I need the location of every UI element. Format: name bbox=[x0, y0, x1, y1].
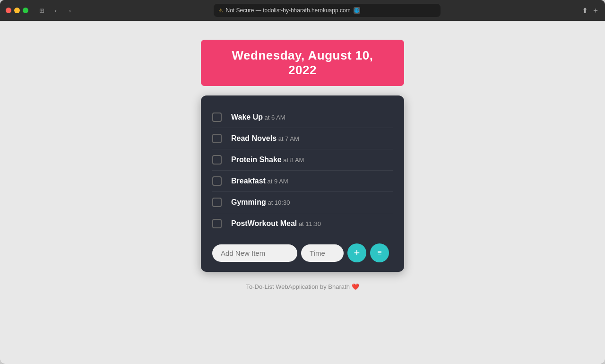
todo-item: PostWorkout Meal at 11:30 bbox=[212, 213, 393, 234]
todo-checkbox[interactable] bbox=[212, 198, 222, 207]
todo-label: Breakfast at 9 AM bbox=[231, 177, 288, 185]
input-row: + ≡ bbox=[212, 243, 393, 262]
todo-card: Wake Up at 6 AMRead Novels at 7 AMProtei… bbox=[201, 95, 404, 272]
favicon: 🌐 bbox=[354, 7, 360, 14]
address-bar-container: ⚠ Not Secure — todolist-by-bharath.herok… bbox=[79, 4, 574, 17]
todo-label: Gymming at 10:30 bbox=[231, 198, 290, 207]
browser-controls: ⊞ ‹ › bbox=[36, 5, 76, 16]
footer: To-Do-List WebApplication by Bharath ❤️ bbox=[246, 283, 359, 290]
add-item-button[interactable]: + bbox=[347, 243, 366, 262]
maximize-button[interactable] bbox=[23, 8, 28, 13]
sidebar-toggle-icon[interactable]: ⊞ bbox=[36, 5, 47, 16]
todo-list: Wake Up at 6 AMRead Novels at 7 AMProtei… bbox=[212, 107, 393, 234]
menu-button[interactable]: ≡ bbox=[370, 243, 389, 262]
todo-item: Breakfast at 9 AM bbox=[212, 171, 393, 192]
back-icon[interactable]: ‹ bbox=[50, 5, 61, 16]
address-bar[interactable]: ⚠ Not Secure — todolist-by-bharath.herok… bbox=[214, 4, 441, 17]
new-item-input[interactable] bbox=[212, 244, 297, 262]
new-tab-icon[interactable]: ＋ bbox=[592, 6, 599, 16]
app-container: Wednesday, August 10, 2022 Wake Up at 6 … bbox=[184, 40, 421, 290]
todo-checkbox[interactable] bbox=[212, 134, 222, 143]
date-title: Wednesday, August 10, 2022 bbox=[232, 48, 373, 77]
todo-checkbox[interactable] bbox=[212, 219, 222, 228]
todo-item: Read Novels at 7 AM bbox=[212, 128, 393, 149]
todo-item: Wake Up at 6 AM bbox=[212, 107, 393, 128]
todo-checkbox[interactable] bbox=[212, 176, 222, 186]
browser-window: ⊞ ‹ › ⚠ Not Secure — todolist-by-bharath… bbox=[0, 0, 605, 364]
todo-label: Wake Up at 6 AM bbox=[231, 113, 285, 121]
todo-label: PostWorkout Meal at 11:30 bbox=[231, 219, 321, 228]
forward-icon[interactable]: › bbox=[64, 5, 76, 16]
date-header: Wednesday, August 10, 2022 bbox=[201, 40, 404, 86]
share-icon[interactable]: ⬆ bbox=[582, 6, 588, 15]
todo-checkbox[interactable] bbox=[212, 113, 222, 122]
browser-content: Wednesday, August 10, 2022 Wake Up at 6 … bbox=[0, 21, 605, 364]
time-input[interactable] bbox=[301, 244, 344, 262]
browser-titlebar: ⊞ ‹ › ⚠ Not Secure — todolist-by-bharath… bbox=[0, 0, 605, 21]
todo-item: Protein Shake at 8 AM bbox=[212, 149, 393, 171]
traffic-lights bbox=[6, 8, 28, 13]
todo-label: Protein Shake at 8 AM bbox=[231, 156, 304, 164]
todo-item: Gymming at 10:30 bbox=[212, 192, 393, 213]
close-button[interactable] bbox=[6, 8, 11, 13]
lock-icon: ⚠ bbox=[218, 8, 223, 14]
minimize-button[interactable] bbox=[14, 8, 20, 13]
todo-checkbox[interactable] bbox=[212, 155, 222, 165]
todo-label: Read Novels at 7 AM bbox=[231, 134, 299, 143]
url-text: Not Secure — todolist-by-bharath.herokua… bbox=[226, 7, 351, 14]
browser-actions: ⬆ ＋ bbox=[582, 6, 599, 16]
